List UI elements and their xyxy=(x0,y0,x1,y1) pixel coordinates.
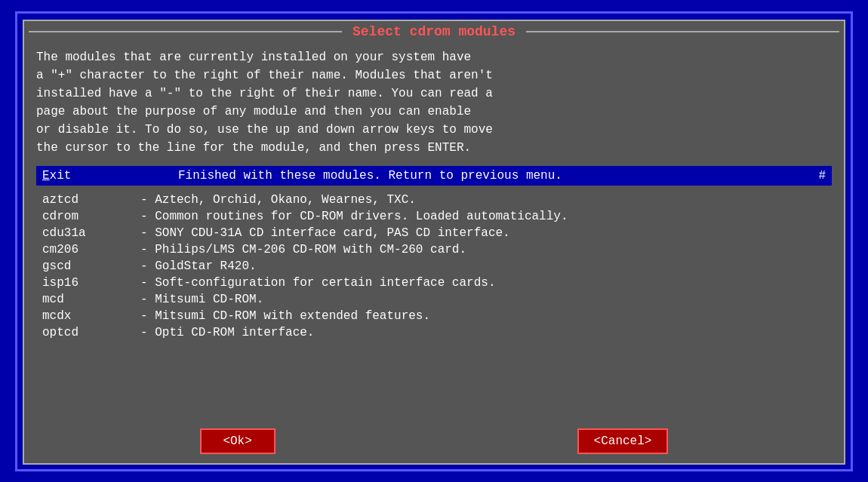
title-bar-right-line xyxy=(526,31,839,32)
list-item[interactable]: mcdx- Mitsumi CD-ROM with extended featu… xyxy=(36,308,832,324)
description-line: the cursor to the line for the module, a… xyxy=(36,139,832,157)
module-name: cm206 xyxy=(42,243,140,256)
module-description: - Mitsumi CD-ROM. xyxy=(140,293,263,306)
module-description: - SONY CDU-31A CD interface card, PAS CD… xyxy=(140,226,510,240)
description-line: page about the purpose of any module and… xyxy=(36,103,832,121)
exit-item-desc: Finished with these modules. Return to p… xyxy=(178,169,562,183)
outer-border: Select cdrom modules The modules that ar… xyxy=(15,11,853,471)
exit-item-name: Exit xyxy=(42,169,178,183)
module-description: - Philips/LMS CM-206 CD-ROM with CM-260 … xyxy=(140,243,466,256)
module-description: - Opti CD-ROM interface. xyxy=(140,326,314,339)
description-line: installed have a "-" to the right of the… xyxy=(36,84,832,103)
description-line: The modules that are currently installed… xyxy=(36,48,832,66)
list-item[interactable]: gscd- GoldStar R420. xyxy=(36,258,832,275)
description-text: The modules that are currently installed… xyxy=(36,48,832,157)
list-items: Exit Finished with these modules. Return… xyxy=(36,166,832,410)
module-name: cdu31a xyxy=(42,226,140,240)
module-description: - Aztech, Orchid, Okano, Wearnes, TXC. xyxy=(140,193,416,207)
dialog-title: Select cdrom modules xyxy=(346,24,522,39)
dialog-box: Select cdrom modules The modules that ar… xyxy=(23,20,845,465)
list-item[interactable]: cdrom- Common routines for CD-ROM driver… xyxy=(36,208,832,225)
module-name: aztcd xyxy=(42,193,140,207)
description-line: or disable it. To do so, use the up and … xyxy=(36,121,832,139)
ok-button[interactable]: <Ok> xyxy=(200,428,275,454)
module-name: gscd xyxy=(42,259,140,273)
module-name: isp16 xyxy=(42,276,140,290)
exit-item[interactable]: Exit Finished with these modules. Return… xyxy=(36,166,832,186)
exit-scroll-indicator: # xyxy=(818,169,826,183)
list-item[interactable]: cdu31a- SONY CDU-31A CD interface card, … xyxy=(36,225,832,241)
module-name: optcd xyxy=(42,326,140,339)
title-bar: Select cdrom modules xyxy=(24,21,844,42)
module-description: - Soft-configuration for certain interfa… xyxy=(140,276,495,290)
module-name: mcd xyxy=(42,293,140,306)
list-container: Exit Finished with these modules. Return… xyxy=(36,166,832,410)
list-item[interactable]: isp16- Soft-configuration for certain in… xyxy=(36,275,832,291)
module-description: - GoldStar R420. xyxy=(140,259,257,273)
title-bar-left-line xyxy=(29,31,342,32)
list-item[interactable]: aztcd- Aztech, Orchid, Okano, Wearnes, T… xyxy=(36,192,832,208)
module-description: - Mitsumi CD-ROM with extended features. xyxy=(140,309,430,323)
content-area: The modules that are currently installed… xyxy=(24,42,844,416)
module-name: mcdx xyxy=(42,309,140,323)
list-item[interactable]: optcd- Opti CD-ROM interface. xyxy=(36,324,832,341)
modules-list: aztcd- Aztech, Orchid, Okano, Wearnes, T… xyxy=(36,192,832,341)
cancel-button[interactable]: <Cancel> xyxy=(577,428,669,454)
module-name: cdrom xyxy=(42,210,140,223)
buttons-row: <Ok> <Cancel> xyxy=(24,416,844,463)
module-description: - Common routines for CD-ROM drivers. Lo… xyxy=(140,210,568,223)
list-item[interactable]: mcd- Mitsumi CD-ROM. xyxy=(36,291,832,308)
list-item[interactable]: cm206- Philips/LMS CM-206 CD-ROM with CM… xyxy=(36,241,832,258)
description-line: a "+" character to the right of their na… xyxy=(36,66,832,84)
